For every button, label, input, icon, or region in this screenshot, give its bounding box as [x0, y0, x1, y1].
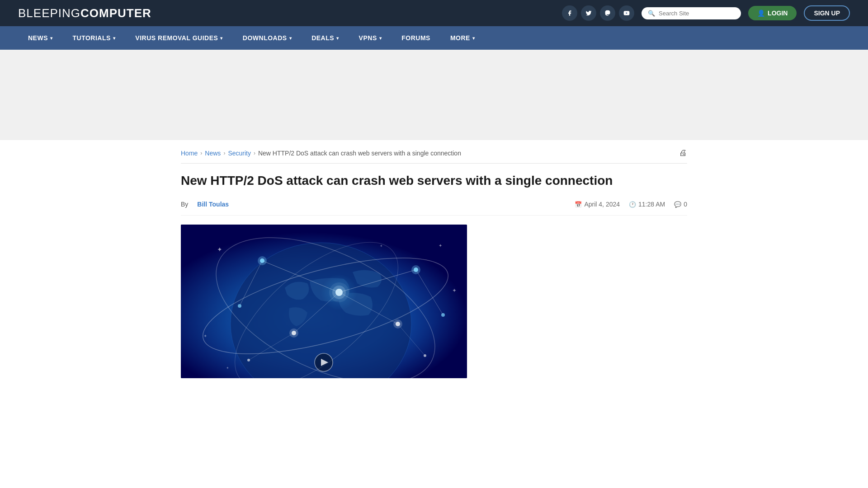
- article-time: 11:28 AM: [638, 201, 665, 208]
- article-date: April 4, 2024: [584, 201, 620, 208]
- byline-comments: 💬 0: [674, 201, 687, 208]
- nav-tutorials-chevron: ▾: [113, 36, 116, 41]
- svg-point-19: [258, 256, 267, 265]
- article-title: New HTTP/2 DoS attack can crash web serv…: [181, 173, 687, 189]
- svg-point-21: [411, 265, 420, 274]
- svg-point-23: [393, 319, 402, 328]
- logo-bold: COMPUTER: [80, 6, 151, 20]
- svg-text:✦: ✦: [380, 244, 383, 248]
- search-icon: 🔍: [648, 10, 655, 17]
- nav-item-downloads[interactable]: DOWNLOADS ▾: [233, 26, 302, 50]
- nav-item-vpns[interactable]: VPNS ▾: [349, 26, 392, 50]
- nav-item-tutorials[interactable]: TUTORIALS ▾: [63, 26, 126, 50]
- breadcrumb: Home › News › Security › New HTTP/2 DoS …: [181, 140, 687, 164]
- user-icon: 👤: [757, 9, 765, 17]
- breadcrumb-home[interactable]: Home: [181, 150, 198, 157]
- site-logo[interactable]: BLEEPINGCOMPUTER: [18, 6, 151, 20]
- breadcrumb-left: Home › News › Security › New HTTP/2 DoS …: [181, 150, 461, 157]
- main-nav: NEWS ▾ TUTORIALS ▾ VIRUS REMOVAL GUIDES …: [0, 26, 868, 50]
- sidebar-area: [485, 225, 687, 378]
- svg-point-26: [238, 304, 241, 308]
- print-icon[interactable]: 🖨: [679, 148, 687, 158]
- svg-text:✦: ✦: [217, 246, 222, 253]
- nav-item-forums[interactable]: FORUMS: [392, 26, 440, 50]
- calendar-icon: 📅: [575, 201, 582, 208]
- header-right: 🔍 👤 LOGIN SIGN UP: [562, 5, 850, 21]
- nav-news-chevron: ▾: [50, 36, 53, 41]
- article-area: ✦ ✦ ✦ ✦ ✦ ✦ ✦: [181, 225, 467, 378]
- comments-count: 0: [684, 201, 687, 208]
- nav-vpns-chevron: ▾: [379, 36, 382, 41]
- main-content: ✦ ✦ ✦ ✦ ✦ ✦ ✦: [181, 225, 687, 378]
- byline-meta: 📅 April 4, 2024 🕐 11:28 AM 💬 0: [575, 201, 687, 208]
- clock-icon: 🕐: [629, 201, 636, 208]
- breadcrumb-sep-1: ›: [200, 150, 202, 156]
- breadcrumb-sep-3: ›: [254, 150, 255, 156]
- site-header: BLEEPINGCOMPUTER 🔍 👤 LOGIN SIGN UP: [0, 0, 868, 26]
- byline-time: 🕐 11:28 AM: [629, 201, 665, 208]
- svg-text:✦: ✦: [452, 287, 457, 294]
- byline-author[interactable]: Bill Toulas: [197, 201, 229, 208]
- byline-by-label: By: [181, 201, 188, 208]
- breadcrumb-security[interactable]: Security: [228, 150, 251, 157]
- comment-icon: 💬: [674, 201, 681, 208]
- social-icons: [562, 5, 634, 21]
- signup-button[interactable]: SIGN UP: [804, 5, 850, 21]
- svg-point-28: [247, 359, 250, 361]
- svg-text:✦: ✦: [203, 333, 207, 338]
- svg-point-25: [289, 328, 298, 338]
- login-button[interactable]: 👤 LOGIN: [748, 6, 797, 20]
- svg-text:✦: ✦: [226, 366, 229, 370]
- nav-item-news[interactable]: NEWS ▾: [18, 26, 63, 50]
- breadcrumb-sep-2: ›: [223, 150, 225, 156]
- mastodon-icon[interactable]: [600, 5, 615, 21]
- facebook-icon[interactable]: [562, 5, 577, 21]
- svg-point-37: [321, 274, 357, 310]
- nav-item-more[interactable]: MORE ▾: [440, 26, 485, 50]
- hero-image: ✦ ✦ ✦ ✦ ✦ ✦ ✦: [181, 225, 467, 378]
- breadcrumb-news[interactable]: News: [205, 150, 221, 157]
- svg-point-29: [424, 354, 426, 357]
- byline-date: 📅 April 4, 2024: [575, 201, 620, 208]
- breadcrumb-current: New HTTP/2 DoS attack can crash web serv…: [258, 150, 461, 157]
- search-box: 🔍: [642, 7, 741, 19]
- nav-deals-chevron: ▾: [336, 36, 339, 41]
- nav-virus-chevron: ▾: [220, 36, 223, 41]
- nav-item-virus[interactable]: VIRUS REMOVAL GUIDES ▾: [125, 26, 232, 50]
- advertisement-banner: [0, 50, 868, 140]
- nav-item-deals[interactable]: DEALS ▾: [302, 26, 349, 50]
- youtube-icon[interactable]: [619, 5, 634, 21]
- twitter-icon[interactable]: [581, 5, 596, 21]
- logo-light: BLEEPING: [18, 6, 80, 20]
- svg-text:✦: ✦: [439, 243, 442, 248]
- content-wrapper: Home › News › Security › New HTTP/2 DoS …: [163, 140, 705, 378]
- byline: By Bill Toulas 📅 April 4, 2024 🕐 11:28 A…: [181, 196, 687, 216]
- nav-downloads-chevron: ▾: [289, 36, 292, 41]
- search-input[interactable]: [659, 10, 735, 17]
- svg-point-27: [441, 313, 445, 317]
- nav-more-chevron: ▾: [472, 36, 475, 41]
